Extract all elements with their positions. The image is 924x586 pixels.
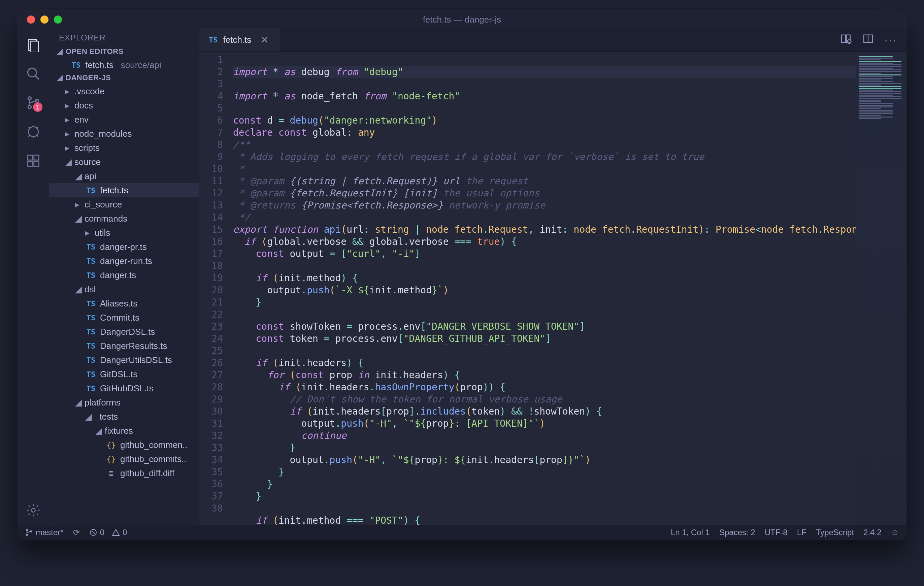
traffic-lights — [27, 15, 62, 23]
folder-section[interactable]: ◢ DANGER-JS — [50, 72, 199, 84]
window-frame: fetch.ts — danger-js 1 — [18, 11, 906, 540]
ts-file-icon: TS — [85, 370, 97, 378]
code-content[interactable]: import * as debug from "debug" import * … — [229, 52, 856, 525]
ts-file-icon: TS — [85, 384, 97, 393]
sidebar: EXPLORER ◢ OPEN EDITORS TS fetch.ts sour… — [50, 28, 200, 525]
tree-file[interactable]: TSAliases.ts — [50, 296, 199, 310]
status-problems[interactable]: 0 0 — [89, 528, 127, 537]
tree-file-fetch[interactable]: TSfetch.ts — [50, 183, 199, 197]
minimap[interactable] — [856, 52, 906, 525]
chevron-down-icon: ◢ — [75, 171, 81, 182]
tree-folder-dsl[interactable]: ◢dsl — [50, 282, 199, 296]
tree-file[interactable]: TSGitHubDSL.ts — [50, 381, 199, 395]
tree-folder[interactable]: ▸env — [50, 112, 199, 127]
status-language[interactable]: TypeScript — [816, 528, 854, 537]
ts-file-icon: TS — [85, 342, 97, 350]
maximize-window-button[interactable] — [54, 15, 62, 23]
svg-point-5 — [28, 106, 31, 109]
ts-file-icon: TS — [85, 328, 97, 336]
minimize-window-button[interactable] — [40, 15, 48, 23]
status-cursor[interactable]: Ln 1, Col 1 — [671, 528, 710, 537]
ts-file-icon: TS — [85, 186, 97, 195]
tab-fetch[interactable]: TS fetch.ts ✕ — [200, 28, 280, 51]
tree-file[interactable]: TSDangerResults.ts — [50, 339, 199, 353]
editor[interactable]: 1234567891011121314151617181920212223242… — [200, 52, 906, 525]
source-control-icon[interactable]: 1 — [25, 94, 42, 111]
chevron-down-icon: ◢ — [75, 213, 81, 224]
diff-view-icon[interactable] — [840, 33, 851, 47]
svg-rect-8 — [28, 155, 33, 160]
window-title: fetch.ts — danger-js — [18, 15, 906, 25]
svg-rect-9 — [28, 161, 33, 167]
svg-rect-13 — [842, 35, 845, 43]
tree-folder-tests[interactable]: ◢_tests — [50, 409, 199, 424]
tab-tools: ··· — [831, 28, 906, 51]
tree-file[interactable]: TSDangerDSL.ts — [50, 325, 199, 339]
tree-file[interactable]: TSGitDSL.ts — [50, 367, 199, 381]
svg-point-2 — [28, 68, 37, 77]
explorer-icon[interactable] — [25, 36, 42, 53]
extensions-icon[interactable] — [25, 152, 42, 169]
svg-point-18 — [26, 530, 28, 531]
status-sync[interactable]: ⟳ — [73, 528, 80, 537]
tree-folder-fixtures[interactable]: ◢fixtures — [50, 424, 199, 438]
status-ts-version[interactable]: 2.4.2 — [863, 528, 881, 537]
open-editor-path: source/api — [121, 60, 161, 70]
status-eol[interactable]: LF — [797, 528, 807, 537]
chevron-down-icon: ◢ — [85, 411, 91, 422]
status-indent[interactable]: Spaces: 2 — [719, 528, 755, 537]
status-branch[interactable]: master* — [25, 528, 64, 537]
tree-folder[interactable]: ▸utils — [50, 226, 199, 240]
scm-badge: 1 — [33, 102, 43, 112]
ts-file-icon: TS — [85, 314, 97, 322]
status-encoding[interactable]: UTF-8 — [765, 528, 788, 537]
tree-folder-commands[interactable]: ◢commands — [50, 211, 199, 226]
tree-folder-platforms[interactable]: ◢platforms — [50, 395, 199, 409]
open-editors-section[interactable]: ◢ OPEN EDITORS — [50, 46, 199, 58]
tree-folder-source[interactable]: ◢source — [50, 155, 199, 169]
tree-file[interactable]: TSDangerUtilsDSL.ts — [50, 353, 199, 367]
editor-area: TS fetch.ts ✕ ··· 1234567891011121314151… — [200, 28, 906, 525]
chevron-right-icon: ▸ — [75, 200, 81, 210]
search-icon[interactable] — [25, 65, 42, 82]
activity-bar: 1 — [18, 28, 50, 525]
tree-file[interactable]: {}github_commen.. — [50, 438, 199, 452]
svg-rect-10 — [34, 161, 39, 167]
tree-file[interactable]: ≣github_diff.diff — [50, 466, 199, 480]
tree-file[interactable]: TSdanger-pr.ts — [50, 240, 199, 254]
chevron-right-icon: ▸ — [65, 86, 71, 97]
chevron-right-icon: ▸ — [65, 143, 71, 153]
debug-icon[interactable] — [25, 123, 42, 140]
tree-file[interactable]: TSdanger.ts — [50, 268, 199, 282]
tree-file[interactable]: TSdanger-run.ts — [50, 254, 199, 268]
file-tree: ▸.vscode ▸docs ▸env ▸node_modules ▸scrip… — [50, 84, 199, 525]
tree-folder[interactable]: ▸node_modules — [50, 127, 199, 141]
open-editors-label: OPEN EDITORS — [66, 47, 124, 56]
tree-folder[interactable]: ▸ci_source — [50, 197, 199, 211]
tab-bar: TS fetch.ts ✕ ··· — [200, 28, 906, 52]
tree-folder[interactable]: ▸docs — [50, 98, 199, 112]
tree-file[interactable]: TSCommit.ts — [50, 310, 199, 325]
status-bar: master* ⟳ 0 0 Ln 1, Col 1 Spaces: 2 UTF-… — [18, 525, 906, 540]
svg-point-12 — [31, 508, 35, 512]
split-editor-icon[interactable] — [862, 33, 874, 47]
chevron-right-icon: ▸ — [65, 114, 71, 125]
tree-folder[interactable]: ▸scripts — [50, 141, 199, 155]
tree-folder[interactable]: ▸.vscode — [50, 84, 199, 98]
status-feedback-icon[interactable]: ☺ — [891, 528, 899, 537]
open-editor-name: fetch.ts — [85, 60, 114, 70]
svg-rect-1 — [30, 41, 38, 52]
chevron-down-icon: ◢ — [65, 157, 71, 167]
svg-line-3 — [35, 76, 39, 79]
ts-file-icon: TS — [85, 257, 97, 266]
settings-gear-icon[interactable] — [25, 502, 42, 518]
close-window-button[interactable] — [27, 15, 35, 23]
tree-file[interactable]: {}github_commits.. — [50, 452, 199, 466]
ts-file-icon: TS — [85, 299, 97, 308]
chevron-right-icon: ▸ — [85, 228, 91, 238]
more-actions-icon[interactable]: ··· — [884, 35, 897, 46]
open-editor-item[interactable]: TS fetch.ts source/api — [50, 58, 199, 72]
tree-folder-api[interactable]: ◢api — [50, 169, 199, 183]
json-file-icon: {} — [106, 455, 117, 464]
close-tab-icon[interactable]: ✕ — [261, 35, 268, 45]
